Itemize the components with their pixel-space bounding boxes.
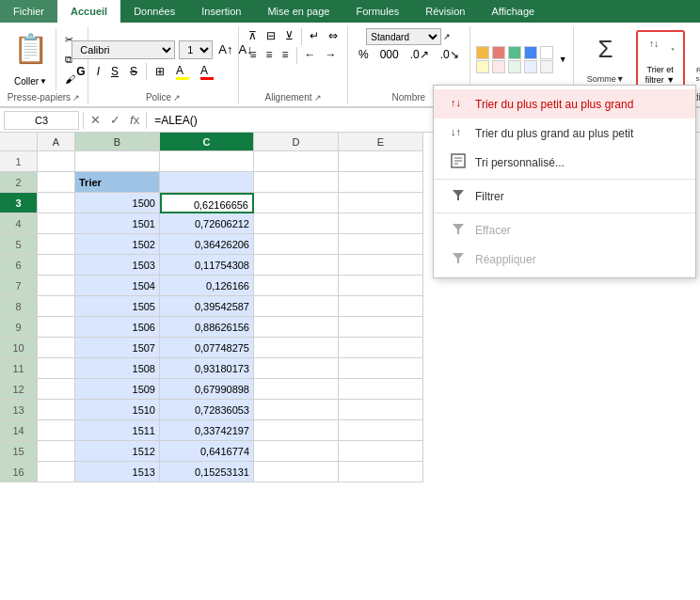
cell-e8[interactable]: [339, 296, 423, 317]
align-center-button[interactable]: ≡: [262, 47, 276, 64]
cell-b15[interactable]: 1512: [75, 441, 160, 462]
row-num-9[interactable]: 9: [0, 317, 38, 338]
cell-d6[interactable]: [254, 255, 339, 276]
cell-a7[interactable]: [38, 276, 75, 296]
row-num-2[interactable]: 2: [0, 172, 38, 193]
custom-sort-menu-item[interactable]: Tri personnalisé...: [434, 148, 695, 177]
row-num-7[interactable]: 7: [0, 276, 38, 296]
cell-d2[interactable]: [254, 172, 339, 193]
cell-e12[interactable]: [339, 379, 423, 400]
col-header-d[interactable]: D: [254, 133, 339, 151]
cell-b5[interactable]: 1502: [75, 234, 160, 255]
tab-formules[interactable]: Formules: [342, 0, 412, 23]
style-swatch-8[interactable]: [508, 60, 521, 73]
cell-d13[interactable]: [254, 400, 339, 420]
italic-button[interactable]: I: [92, 64, 104, 79]
cell-a14[interactable]: [38, 420, 75, 441]
row-num-12[interactable]: 12: [0, 379, 38, 400]
col-header-a[interactable]: A: [38, 133, 75, 151]
cell-a16[interactable]: [38, 462, 75, 482]
style-swatch-2[interactable]: [492, 46, 505, 59]
cell-e9[interactable]: [339, 317, 423, 338]
cell-a10[interactable]: [38, 338, 75, 358]
merge-button[interactable]: ⇔: [325, 28, 342, 45]
cell-c5[interactable]: 0,36426206: [160, 234, 254, 255]
cell-b12[interactable]: 1509: [75, 379, 160, 400]
cell-e15[interactable]: [339, 441, 423, 462]
cell-e7[interactable]: [339, 276, 423, 296]
increase-decimal-button[interactable]: .0↗: [406, 47, 434, 62]
cell-a1[interactable]: [38, 151, 75, 172]
cell-b3[interactable]: 1500: [75, 193, 160, 213]
cell-c16[interactable]: 0,15253131: [160, 462, 254, 482]
row-num-13[interactable]: 13: [0, 400, 38, 420]
col-header-b[interactable]: B: [75, 133, 160, 151]
wrap-text-button[interactable]: ↵: [306, 28, 323, 45]
row-num-4[interactable]: 4: [0, 213, 38, 234]
cell-d10[interactable]: [254, 338, 339, 358]
cell-a3[interactable]: [38, 193, 75, 213]
font-size-select[interactable]: 11: [179, 40, 213, 59]
row-num-3[interactable]: 3: [0, 193, 38, 213]
tab-fichier[interactable]: Fichier: [0, 0, 57, 23]
cell-e16[interactable]: [339, 462, 423, 482]
row-num-6[interactable]: 6: [0, 255, 38, 276]
sort-desc-menu-item[interactable]: ↓↑ Trier du plus grand au plus petit: [434, 118, 695, 148]
cell-a13[interactable]: [38, 400, 75, 420]
sort-filter-button[interactable]: ↑↓ Trier etfiltrer ▼: [636, 30, 685, 89]
indent-increase-button[interactable]: →: [322, 47, 341, 64]
cell-e2[interactable]: [339, 172, 423, 193]
cell-d14[interactable]: [254, 420, 339, 441]
row-num-10[interactable]: 10: [0, 338, 38, 358]
cell-d12[interactable]: [254, 379, 339, 400]
style-swatch-4[interactable]: [524, 46, 537, 59]
font-expand-icon[interactable]: ↗: [173, 93, 181, 103]
cell-b1[interactable]: [75, 151, 160, 172]
thousands-button[interactable]: 000: [375, 47, 404, 62]
cell-b14[interactable]: 1511: [75, 420, 160, 441]
cell-d16[interactable]: [254, 462, 339, 482]
cell-c6[interactable]: 0,11754308: [160, 255, 254, 276]
cell-a9[interactable]: [38, 317, 75, 338]
cell-b8[interactable]: 1505: [75, 296, 160, 317]
cell-c12[interactable]: 0,67990898: [160, 379, 254, 400]
cell-e5[interactable]: [339, 234, 423, 255]
cell-d5[interactable]: [254, 234, 339, 255]
cancel-formula-icon[interactable]: ✕: [88, 113, 103, 127]
cell-c2[interactable]: [160, 172, 254, 193]
cell-reference-input[interactable]: C3: [4, 111, 79, 130]
cell-d9[interactable]: [254, 317, 339, 338]
align-right-button[interactable]: ≡: [278, 47, 293, 64]
cell-d7[interactable]: [254, 276, 339, 296]
col-header-c[interactable]: C: [160, 133, 254, 151]
cell-a11[interactable]: [38, 358, 75, 379]
styles-dropdown-arrow[interactable]: ▼: [559, 55, 567, 64]
col-header-e[interactable]: E: [339, 133, 423, 151]
number-expand-icon[interactable]: ↗: [443, 32, 451, 41]
cell-e4[interactable]: [339, 213, 423, 234]
cell-d8[interactable]: [254, 296, 339, 317]
filter-menu-item[interactable]: Filtrer: [434, 182, 695, 211]
tab-affichage[interactable]: Affichage: [478, 0, 548, 23]
cell-a8[interactable]: [38, 296, 75, 317]
tab-revision[interactable]: Révision: [412, 0, 478, 23]
style-swatch-3[interactable]: [508, 46, 521, 59]
row-num-11[interactable]: 11: [0, 358, 38, 379]
cell-b9[interactable]: 1506: [75, 317, 160, 338]
align-left-button[interactable]: ≡: [246, 47, 260, 64]
row-num-8[interactable]: 8: [0, 296, 38, 317]
strikethrough-button[interactable]: S: [125, 64, 142, 79]
sort-asc-menu-item[interactable]: ↑↓ Trier du plus petit au plus grand: [434, 89, 695, 118]
border-button[interactable]: ⊞: [151, 64, 169, 79]
cell-b16[interactable]: 1513: [75, 462, 160, 482]
cell-e13[interactable]: [339, 400, 423, 420]
cell-d3[interactable]: [254, 193, 339, 213]
cell-c13[interactable]: 0,72836053: [160, 400, 254, 420]
row-num-1[interactable]: 1: [0, 151, 38, 172]
cell-a2[interactable]: [38, 172, 75, 193]
row-num-5[interactable]: 5: [0, 234, 38, 255]
cell-c10[interactable]: 0,07748275: [160, 338, 254, 358]
cell-d11[interactable]: [254, 358, 339, 379]
paste-button[interactable]: 📋 Coller ▼: [6, 28, 56, 90]
cell-b4[interactable]: 1501: [75, 213, 160, 234]
